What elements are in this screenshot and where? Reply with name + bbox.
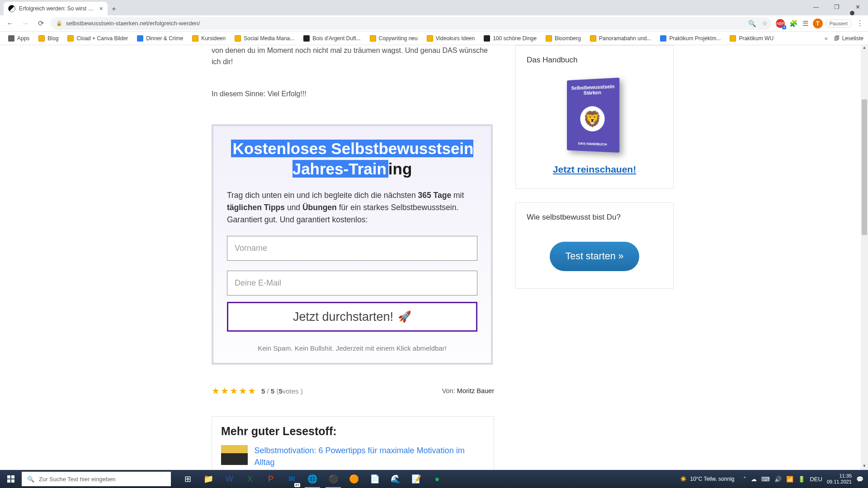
article-paragraph: In diesem Sinne: Viel Erfolg!!!	[212, 89, 494, 100]
window-close-button[interactable]: ✕	[847, 0, 868, 14]
profile-avatar: T	[813, 19, 823, 28]
folder-icon	[235, 35, 241, 42]
volume-icon[interactable]: 🔊	[774, 476, 782, 483]
related-item[interactable]: Selbstmotivation: 6 Powertipps für maxim…	[221, 445, 485, 468]
reading-list-icon[interactable]: ☰	[802, 19, 808, 28]
bookmark-item[interactable]: Dinner & Crime	[133, 34, 187, 43]
clock[interactable]: 11:35 09.11.2021	[827, 473, 852, 484]
card-heading: Wie selbstbewusst bist Du?	[516, 203, 673, 232]
zoom-icon[interactable]: 🔍	[748, 20, 756, 27]
rocket-icon: 🚀	[398, 310, 411, 323]
related-thumb	[221, 445, 248, 465]
keyboard-icon[interactable]: ⌨	[761, 476, 770, 483]
browser-tab[interactable]: Erfolgreich werden: So wirst du g ×	[4, 2, 108, 15]
powerpoint-icon[interactable]: P	[260, 470, 281, 488]
card-heading: Das Handbuch	[516, 46, 673, 75]
bookmark-item[interactable]: Cload + Canva Bilder	[64, 34, 132, 43]
nav-back-button[interactable]: ←	[5, 19, 15, 28]
firstname-input[interactable]: Vorname	[227, 236, 477, 261]
bookmark-item[interactable]: Panoramabahn und...	[586, 34, 655, 43]
email-input[interactable]: Deine E-Mail	[227, 271, 477, 296]
bookmark-item[interactable]: Videokurs Ideen	[423, 34, 479, 43]
battery-icon[interactable]: 🔋	[798, 476, 805, 483]
notepad-icon[interactable]: 📝	[406, 470, 427, 488]
folder-icon	[192, 35, 198, 42]
related-box: Mehr guter Lesestoff: Selbstmotivation: …	[212, 416, 494, 470]
bookmark-item[interactable]: Kursideen	[189, 34, 229, 43]
scroll-down-icon[interactable]: ▼	[862, 464, 867, 470]
language-indicator[interactable]: DEU	[810, 476, 822, 483]
reinschauen-link[interactable]: Jetzt reinschauen!	[553, 164, 636, 175]
taskbar-search[interactable]: 🔍 Zur Suche Text hier eingeben	[22, 472, 171, 486]
chrome-icon[interactable]: 🌐	[302, 470, 323, 488]
bookmark-item[interactable]: Praktikum WU	[726, 34, 777, 43]
app-icon[interactable]: 📄	[364, 470, 385, 488]
nav-reload-button[interactable]: ⟳	[35, 19, 46, 28]
edge-icon[interactable]: 🌊	[385, 470, 406, 488]
window-minimize-button[interactable]: ―	[806, 0, 826, 14]
outlook-icon[interactable]: ✉47	[281, 470, 302, 488]
start-test-button[interactable]: Test starten »	[550, 242, 639, 271]
notifications-icon[interactable]: 💬	[856, 476, 863, 483]
profile-chip[interactable]: T Pausiert	[813, 19, 852, 28]
lion-icon: 🦁	[580, 106, 604, 131]
windows-icon	[7, 475, 14, 483]
spotify-icon[interactable]: ●	[427, 470, 448, 488]
related-link[interactable]: Selbstmotivation: 6 Powertipps für maxim…	[254, 445, 485, 468]
bookmark-item[interactable]: Social Media Mana...	[231, 34, 298, 43]
tray-chevron-icon[interactable]: ˄	[743, 476, 746, 483]
scrollbar-thumb[interactable]	[862, 99, 867, 235]
explorer-icon[interactable]: 📁	[198, 470, 219, 488]
window-maximize-button[interactable]: ❐	[826, 0, 847, 14]
bookmark-item[interactable]: Blog	[35, 34, 62, 43]
author-byline: Von: Moritz Bauer	[442, 387, 494, 394]
excel-icon[interactable]: X	[240, 470, 260, 488]
folder-icon	[370, 35, 376, 42]
url-text: selbstbewusstsein-staerken.net/erfolgrei…	[66, 20, 200, 27]
site-icon	[484, 35, 490, 42]
close-tab-icon[interactable]: ×	[99, 5, 103, 12]
new-tab-button[interactable]: +	[108, 3, 120, 15]
bookmark-item[interactable]: Copywriting neu	[366, 34, 421, 43]
bookmark-star-icon[interactable]: ☆	[762, 20, 768, 27]
start-button[interactable]	[0, 475, 22, 483]
address-bar[interactable]: 🔒 selbstbewusstsein-staerken.net/erfolgr…	[51, 17, 771, 30]
sun-icon: ☀️	[680, 476, 687, 482]
stars-icon: ★★★★★	[212, 385, 257, 396]
bookmark-item[interactable]: Bois d'Argent Duft...	[300, 34, 364, 43]
submit-button[interactable]: Jetzt durchstarten! 🚀	[227, 302, 477, 332]
obs-icon[interactable]: ⚫	[323, 470, 344, 488]
app-icon[interactable]: 🟠	[344, 470, 364, 488]
bookmark-item[interactable]: Bloomberg	[542, 34, 585, 43]
profile-paused-label: Pausiert	[826, 19, 852, 28]
optin-headline: Kostenloses Selbstbewusstsein Jahres-Tra…	[227, 139, 477, 179]
book-image[interactable]: Selbstbewusstsein Stärken 🦁 DAS HANDBUCH	[565, 79, 624, 156]
scroll-up-icon[interactable]: ▲	[862, 45, 867, 52]
bookmark-item[interactable]: Praktikum Projektm...	[656, 34, 724, 43]
scrollbar[interactable]: ▲ ▼	[861, 45, 868, 470]
site-icon	[303, 35, 310, 42]
extensions-icon[interactable]: 🧩	[789, 19, 798, 28]
task-view-icon[interactable]: ⊞	[177, 470, 198, 488]
word-icon[interactable]: W	[219, 470, 240, 488]
chrome-menu-icon[interactable]: ⋮	[856, 19, 863, 28]
bookmark-apps[interactable]: Apps	[5, 34, 33, 43]
bookmarks-overflow-icon[interactable]: »	[825, 35, 828, 42]
folder-icon	[590, 35, 596, 42]
site-icon	[137, 35, 143, 42]
adblock-extension-icon[interactable]: ABP 4	[776, 19, 785, 28]
apps-icon	[8, 35, 14, 42]
search-icon: 🔍	[27, 476, 34, 483]
sidebar-handbuch-card: Das Handbuch Selbstbewusstsein Stärken 🦁…	[515, 45, 674, 189]
lock-icon: 🔒	[56, 20, 62, 26]
weather-widget[interactable]: ☀️ 10°C Teilw. sonnig	[680, 476, 735, 482]
reading-list-button[interactable]: 🗐Leseliste	[834, 35, 863, 42]
wifi-icon[interactable]: 📶	[786, 476, 793, 483]
readlist-icon: 🗐	[834, 35, 840, 42]
site-icon	[660, 35, 666, 42]
nav-forward-button: →	[20, 19, 31, 28]
onedrive-icon[interactable]: ☁	[751, 476, 757, 483]
bookmark-item[interactable]: 100 schöne Dinge	[480, 34, 540, 43]
related-title: Mehr guter Lesestoff:	[221, 425, 485, 438]
folder-icon	[427, 35, 433, 42]
